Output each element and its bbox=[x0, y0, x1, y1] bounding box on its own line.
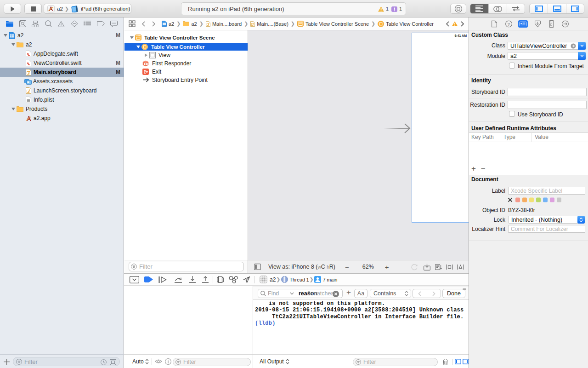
svg-text:?: ? bbox=[508, 21, 510, 26]
